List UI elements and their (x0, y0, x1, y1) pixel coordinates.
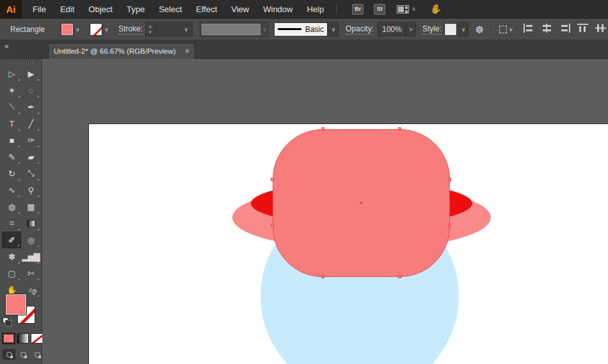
touch-workspace-icon[interactable]: ✋ (429, 2, 443, 15)
rectangle-tool[interactable]: ■ (2, 132, 21, 148)
menu-file[interactable]: File (26, 0, 53, 19)
draw-behind-button[interactable] (17, 349, 29, 360)
stroke-color-group[interactable]: ∨ (90, 23, 109, 36)
anchor-point[interactable] (398, 127, 401, 131)
rotate-tool[interactable]: ↻ (2, 165, 21, 182)
anchor-point[interactable] (271, 224, 274, 227)
symbol-sprayer-tool[interactable]: ✽ (2, 248, 21, 265)
menu-select[interactable]: Select (152, 0, 189, 19)
document-tab[interactable]: Untitled-2* @ 66.67% (RGB/Preview) × (48, 43, 195, 59)
canvas-area[interactable] (42, 59, 608, 364)
chevron-down-icon[interactable]: ∨ (76, 26, 80, 33)
menu-window[interactable]: Window (256, 0, 300, 19)
type-tool-icon: T (10, 119, 14, 129)
anchor-point[interactable] (321, 275, 324, 278)
vertical-align-center-icon[interactable] (595, 24, 606, 33)
fill-color-swatch[interactable] (61, 23, 74, 36)
recolor-artwork-icon[interactable]: ☸ (475, 23, 484, 35)
stepper-up-icon[interactable]: ∧ (148, 24, 152, 29)
direct-selection-tool-icon: ▶ (28, 69, 34, 79)
perspective-grid-tool[interactable]: ▦ (21, 198, 40, 215)
draw-normal-button[interactable] (3, 349, 15, 360)
brush-definition-field[interactable]: Basic (274, 22, 328, 36)
line-segment-tool[interactable]: ╱ (21, 115, 40, 132)
none-button[interactable] (31, 333, 43, 344)
puppet-warp-tool-icon: ⚲ (28, 186, 34, 195)
magic-wand-tool[interactable]: ✶ (2, 82, 21, 99)
lasso-tool[interactable]: ◌ (21, 82, 40, 99)
opacity-more-button[interactable]: > (406, 22, 416, 36)
draw-inside-button[interactable] (31, 349, 44, 360)
stroke-weight-label[interactable]: Stroke: (118, 24, 143, 35)
anchor-point[interactable] (448, 178, 451, 181)
collapse-panel-icon[interactable]: « (4, 42, 9, 51)
anchor-point[interactable] (398, 275, 401, 278)
eraser-tool[interactable]: ▰ (21, 148, 40, 165)
gradient-button[interactable] (17, 333, 29, 344)
style-dropdown-button[interactable]: ∨ (458, 22, 468, 36)
controlbar-separator (492, 22, 492, 36)
shape-options-icon[interactable] (499, 26, 507, 33)
selection-tool[interactable]: ▷ (2, 65, 21, 82)
anchor-point[interactable] (448, 224, 451, 227)
menu-type[interactable]: Type (120, 0, 152, 19)
swap-fill-stroke-icon[interactable]: ⇄ (29, 287, 40, 297)
shape-builder-tool[interactable]: ◍ (2, 198, 21, 215)
menu-edit[interactable]: Edit (53, 0, 81, 19)
horizontal-align-center-icon[interactable] (541, 24, 552, 33)
opacity-label[interactable]: Opacity: (346, 24, 374, 35)
menu-object[interactable]: Object (81, 0, 120, 19)
stepper-down-icon[interactable]: ∨ (148, 29, 152, 35)
color-button[interactable] (3, 333, 15, 344)
chevron-down-icon[interactable]: ∨ (104, 26, 109, 33)
default-fill-stroke-icon[interactable] (3, 317, 8, 323)
horizontal-align-right-icon[interactable] (559, 24, 570, 33)
anchor-point[interactable] (271, 178, 274, 181)
eyedropper-tool[interactable]: ✐ (2, 232, 21, 248)
width-tool[interactable]: ∿ (2, 182, 21, 198)
blend-tool[interactable]: ◎ (21, 232, 40, 248)
anchor-point[interactable] (321, 127, 324, 131)
slice-tool[interactable]: ✄ (21, 265, 40, 281)
type-tool[interactable]: T (2, 115, 21, 132)
graphic-style-swatch[interactable] (444, 23, 457, 36)
transform-shape-group[interactable]: ∨ (499, 24, 513, 35)
menu-help[interactable]: Help (300, 0, 331, 19)
chevron-down-icon[interactable]: ∨ (184, 26, 188, 33)
pencil-tool[interactable]: ✎ (2, 148, 21, 165)
panel-grip[interactable] (9, 60, 33, 65)
scale-tool-icon: ⤡ (28, 168, 33, 178)
style-label[interactable]: Style: (422, 24, 442, 35)
horizontal-align-left-icon[interactable] (524, 24, 534, 33)
stroke-weight-stepper[interactable]: ∧∨ (145, 22, 155, 36)
draw-behind-icon (20, 352, 26, 358)
scale-tool[interactable]: ⤡ (21, 165, 40, 182)
chevron-down-icon[interactable]: ∨ (412, 6, 416, 12)
vertical-align-top-icon[interactable] (577, 24, 588, 33)
paintbrush-tool[interactable]: ✑ (21, 132, 40, 148)
fill-color-group[interactable]: ∨ (61, 23, 80, 36)
menu-view[interactable]: View (224, 0, 256, 19)
pen-tool[interactable]: ✒ (21, 99, 40, 115)
gradient-tool[interactable] (21, 215, 40, 232)
bridge-button[interactable]: Br (352, 4, 364, 15)
width-profile-dropdown-disabled: ∨ (200, 22, 269, 37)
menu-effect[interactable]: Effect (189, 0, 224, 19)
workspace-switcher-icon[interactable] (397, 5, 409, 13)
artboard-tool[interactable]: ▢ (2, 265, 21, 281)
column-graph-tool[interactable]: ▂▅▇ (21, 248, 40, 265)
close-icon[interactable]: × (185, 47, 189, 56)
opacity-field[interactable]: 100% (378, 22, 406, 36)
curvature-tool[interactable]: ⟍ (2, 99, 21, 115)
fill-proxy-swatch[interactable] (5, 294, 27, 315)
direct-selection-tool[interactable]: ▶ (21, 65, 40, 82)
chevron-down-icon[interactable]: ∨ (509, 26, 513, 33)
stock-button[interactable]: St (374, 4, 385, 15)
mesh-tool[interactable]: ⌗ (2, 215, 21, 232)
center-point[interactable] (360, 202, 362, 204)
puppet-warp-tool[interactable]: ⚲ (21, 182, 40, 198)
stroke-color-swatch-none[interactable] (90, 23, 102, 36)
stroke-weight-dropdown[interactable]: ∨ (156, 22, 193, 36)
style-swatch-group[interactable] (444, 23, 457, 36)
brush-dropdown-button[interactable]: ∨ (328, 22, 339, 36)
